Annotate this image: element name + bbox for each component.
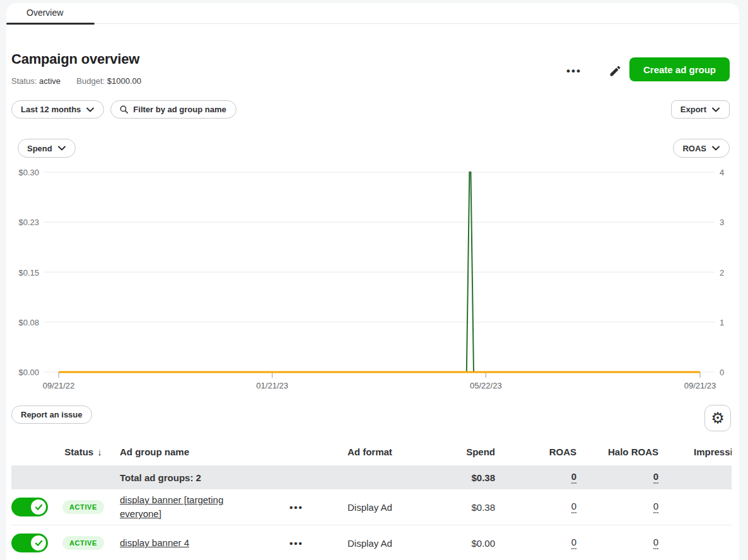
- svg-text:$0.08: $0.08: [18, 318, 39, 327]
- chart-canvas: $0.000$0.081$0.152$0.233$0.30409/21/2201…: [11, 166, 732, 393]
- left-metric-label: Spend: [27, 144, 52, 153]
- ad-group-filter-input[interactable]: [133, 105, 228, 114]
- column-header-ad-group-name[interactable]: Ad group name: [107, 446, 265, 457]
- column-header-status[interactable]: Status↓: [59, 446, 107, 457]
- toggle-check-icon: [31, 499, 46, 515]
- chevron-down-icon: [86, 106, 95, 114]
- ad-group-table: Status↓ Ad group name Ad format Spend RO…: [11, 438, 732, 560]
- campaign-card: Overview Campaign overview Status: activ…: [6, 3, 739, 560]
- chevron-down-icon: [57, 144, 66, 152]
- svg-text:$0.00: $0.00: [18, 368, 39, 377]
- create-ad-group-button[interactable]: Create ad group: [629, 57, 730, 81]
- ad-group-link[interactable]: display banner [targeting everyone]: [120, 493, 237, 521]
- right-metric-dropdown[interactable]: ROAS: [673, 139, 730, 158]
- budget-label: Budget:: [76, 76, 105, 86]
- spend-cell: $0.00: [429, 538, 507, 549]
- chevron-down-icon: [711, 144, 720, 152]
- column-header-impressions[interactable]: Impressions: [658, 446, 732, 457]
- svg-text:$0.15: $0.15: [18, 268, 39, 277]
- svg-text:09/21/23: 09/21/23: [684, 381, 716, 390]
- search-icon: [119, 105, 129, 114]
- status-badge: ACTIVE: [62, 536, 104, 550]
- toggle-check-icon: [31, 535, 46, 551]
- sort-desc-icon: ↓: [97, 446, 102, 457]
- total-label: Total ad groups: 2: [107, 472, 265, 483]
- right-metric-label: ROAS: [682, 144, 706, 153]
- halo-roas-cell[interactable]: 0: [653, 537, 658, 549]
- spend-roas-chart: $0.000$0.081$0.152$0.233$0.30409/21/2201…: [11, 166, 732, 393]
- svg-text:05/22/23: 05/22/23: [470, 381, 502, 390]
- pencil-glyph: [609, 64, 622, 78]
- column-header-roas[interactable]: ROAS: [507, 446, 576, 457]
- campaign-meta: Status: active Budget: $1000.00: [11, 76, 141, 86]
- ad-format-cell: Display Ad: [328, 538, 429, 549]
- status-header-label: Status: [64, 446, 93, 457]
- total-spend: $0.38: [429, 472, 507, 483]
- row-more-options-icon[interactable]: •••: [289, 538, 303, 549]
- svg-text:$0.30: $0.30: [18, 168, 39, 177]
- report-issue-button[interactable]: Report an issue: [11, 405, 92, 424]
- ad-group-filter[interactable]: [110, 100, 237, 119]
- ad-group-active-toggle[interactable]: [11, 498, 48, 516]
- roas-cell[interactable]: 0: [571, 537, 576, 549]
- svg-text:01/21/23: 01/21/23: [256, 381, 288, 390]
- roas-cell[interactable]: 0: [571, 501, 576, 513]
- column-header-spend[interactable]: Spend: [429, 446, 507, 457]
- filter-row: Last 12 months: [11, 100, 237, 119]
- svg-text:1: 1: [720, 318, 724, 327]
- status-value: active: [39, 76, 61, 86]
- status-badge: ACTIVE: [62, 500, 104, 514]
- column-header-ad-format[interactable]: Ad format: [328, 446, 429, 457]
- total-roas[interactable]: 0: [571, 472, 576, 484]
- table-row: ACTIVE display banner 4 ••• Display Ad $…: [11, 525, 732, 560]
- svg-text:2: 2: [720, 268, 724, 277]
- budget-value: $1000.00: [107, 76, 141, 86]
- left-metric-dropdown[interactable]: Spend: [18, 139, 76, 158]
- svg-text:0: 0: [720, 368, 724, 377]
- edit-pencil-icon[interactable]: [605, 62, 624, 81]
- export-label: Export: [681, 105, 706, 114]
- status-label: Status:: [11, 76, 37, 86]
- total-halo-roas[interactable]: 0: [653, 472, 658, 484]
- export-dropdown[interactable]: Export: [671, 100, 730, 119]
- table-row: ACTIVE display banner [targeting everyon…: [11, 489, 732, 525]
- ad-group-link[interactable]: display banner 4: [120, 536, 189, 550]
- column-header-halo-roas[interactable]: Halo ROAS: [576, 446, 658, 457]
- svg-text:3: 3: [720, 218, 724, 227]
- gear-icon[interactable]: ⚙: [704, 405, 731, 431]
- svg-text:$0.23: $0.23: [18, 218, 39, 227]
- svg-text:09/21/22: 09/21/22: [43, 381, 75, 390]
- ad-group-active-toggle[interactable]: [11, 534, 48, 552]
- svg-text:4: 4: [720, 168, 724, 177]
- halo-roas-cell[interactable]: 0: [653, 501, 658, 513]
- tab-bar: Overview: [6, 3, 739, 24]
- ad-format-cell: Display Ad: [328, 502, 429, 513]
- page-title: Campaign overview: [11, 51, 139, 67]
- tab-overview[interactable]: Overview: [26, 3, 63, 24]
- active-tab-underline: [6, 23, 95, 25]
- table-header-row: Status↓ Ad group name Ad format Spend RO…: [11, 438, 732, 465]
- row-more-options-icon[interactable]: •••: [289, 502, 303, 513]
- table-total-row: Total ad groups: 2 $0.38 0 0: [11, 465, 732, 489]
- more-options-icon[interactable]: •••: [560, 61, 588, 81]
- chevron-down-icon: [711, 106, 720, 114]
- spend-cell: $0.38: [429, 502, 507, 513]
- date-range-label: Last 12 months: [21, 105, 81, 114]
- date-range-dropdown[interactable]: Last 12 months: [11, 100, 104, 119]
